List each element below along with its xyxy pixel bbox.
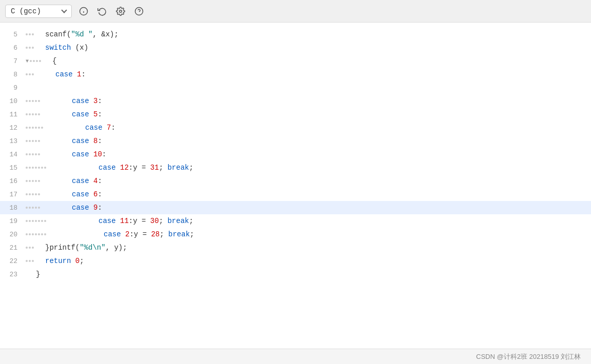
- gutter-dots-12: [26, 127, 43, 129]
- line-18-content: case 9:: [41, 201, 102, 214]
- info-icon[interactable]: [78, 6, 89, 17]
- code-line-18: 18 case 9:: [0, 201, 591, 214]
- gutter-dots-5: [26, 33, 34, 35]
- line-number-17: 17: [0, 191, 26, 198]
- chevron-down-icon: [61, 7, 67, 13]
- toolbar: C (gcc): [0, 0, 591, 23]
- gutter-dots-11: [26, 113, 40, 115]
- line-8-content: case 1:: [35, 68, 86, 81]
- line-number-5: 5: [0, 31, 26, 38]
- line-number-20: 20: [0, 231, 26, 238]
- settings-icon[interactable]: [115, 6, 126, 17]
- code-line-8: 8 case 1:: [0, 68, 591, 81]
- gutter-dots-22: [26, 260, 34, 262]
- line-number-8: 8: [0, 71, 26, 78]
- line-10-content: case 3:: [41, 94, 102, 108]
- line-21-content: }printf("%d\n", y);: [35, 241, 127, 254]
- line-number-11: 11: [0, 111, 26, 118]
- line-number-9: 9: [0, 84, 26, 92]
- svg-point-3: [120, 10, 122, 12]
- code-line-20: 20 case 2:y = 28; break;: [0, 228, 591, 241]
- code-line-13: 13 case 8:: [0, 134, 591, 148]
- line-6-content: switch (x): [35, 41, 88, 54]
- code-line-21: 21 }printf("%d\n", y);: [0, 241, 591, 254]
- line-number-22: 22: [0, 257, 26, 265]
- line-number-15: 15: [0, 164, 26, 172]
- line-number-23: 23: [0, 271, 26, 278]
- line-13-content: case 8:: [41, 134, 102, 148]
- code-line-14: 14 case 10:: [0, 148, 591, 161]
- code-line-16: 16 case 4:: [0, 174, 591, 188]
- line-23-content: }: [26, 268, 40, 281]
- code-line-19: 19 case 11:y = 30; break;: [0, 214, 591, 228]
- line-19-content: case 11:y = 30; break;: [47, 214, 193, 228]
- attribution-text: CSDN @计科2班 20218519 刘江林: [476, 352, 581, 361]
- footer: CSDN @计科2班 20218519 刘江林: [0, 349, 591, 364]
- gutter-dots-21: [26, 247, 34, 249]
- code-line-10: 10 case 3:: [0, 94, 591, 108]
- line-22-content: return 0;: [35, 254, 84, 268]
- line-11-content: case 5:: [41, 108, 102, 121]
- code-line-23: 23 }: [0, 268, 591, 281]
- code-line-5: 5 scanf("%d ", &x);: [0, 28, 591, 41]
- line-number-14: 14: [0, 151, 26, 158]
- line-12-content: case 7:: [44, 121, 115, 134]
- gutter-dots-7: [30, 60, 41, 62]
- line-14-content: case 10:: [41, 148, 106, 161]
- line-number-6: 6: [0, 44, 26, 52]
- line-7-content: {: [42, 54, 56, 68]
- code-line-11: 11 case 5:: [0, 108, 591, 121]
- code-line-12: 12 case 7:: [0, 121, 591, 134]
- line-number-12: 12: [0, 124, 26, 132]
- line-number-19: 19: [0, 217, 26, 225]
- gutter-dots-16: [26, 180, 40, 182]
- line-5-content: scanf("%d ", &x);: [35, 28, 119, 41]
- gutter-dots-14: [26, 153, 40, 155]
- gutter-dots-8: [26, 73, 34, 75]
- line-17-content: case 6:: [41, 188, 102, 201]
- help-icon[interactable]: [133, 6, 145, 17]
- code-line-6: 6 switch (x): [0, 41, 591, 54]
- line-number-16: 16: [0, 177, 26, 185]
- line-16-content: case 4:: [41, 174, 102, 188]
- line-15-content: case 12:y = 31; break;: [47, 161, 193, 174]
- code-editor: 5 scanf("%d ", &x); 6 switch (x) 7 ▼ { 8: [0, 23, 591, 349]
- gutter-dots-6: [26, 47, 34, 49]
- line-number-21: 21: [0, 244, 26, 252]
- code-line-9: 9: [0, 81, 591, 94]
- gutter-dots-13: [26, 140, 40, 142]
- collapse-arrow-7[interactable]: ▼: [26, 58, 29, 64]
- code-line-17: 17 case 6:: [0, 188, 591, 201]
- gutter-dots-10: [26, 100, 40, 102]
- line-number-18: 18: [0, 204, 26, 212]
- language-label: C (gcc): [11, 7, 41, 15]
- language-dropdown[interactable]: C (gcc): [5, 5, 72, 18]
- gutter-dots-18: [26, 207, 40, 209]
- gutter-dots-20: [26, 233, 46, 235]
- gutter-dots-19: [26, 220, 46, 222]
- line-number-10: 10: [0, 97, 26, 105]
- line-number-13: 13: [0, 137, 26, 145]
- code-line-7: 7 ▼ {: [0, 54, 591, 68]
- toolbar-icons: [78, 6, 145, 17]
- code-line-22: 22 return 0;: [0, 254, 591, 268]
- line-20-content: case 2:y = 28; break;: [47, 228, 194, 241]
- gutter-dots-15: [26, 167, 46, 169]
- line-number-7: 7: [0, 57, 26, 65]
- gutter-dots-17: [26, 193, 40, 195]
- history-icon[interactable]: [96, 6, 108, 17]
- code-line-15: 15 case 12:y = 31; break;: [0, 161, 591, 174]
